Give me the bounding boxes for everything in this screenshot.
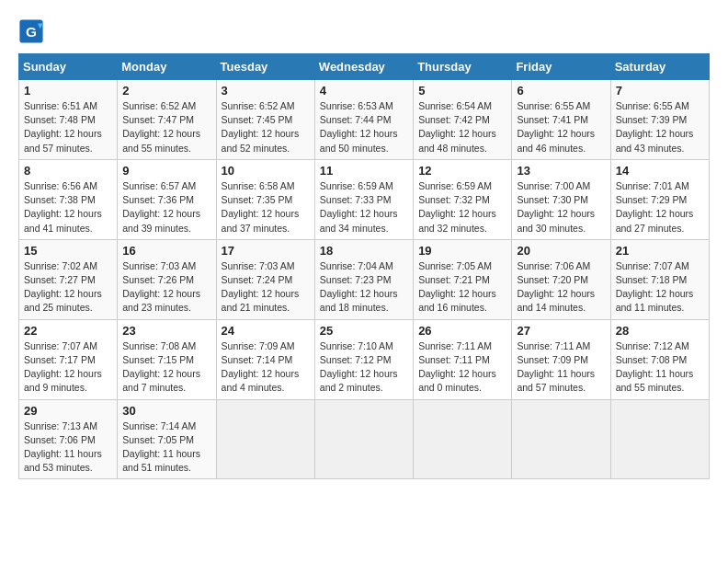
day-number: 23 bbox=[122, 324, 210, 338]
calendar-cell: 23Sunrise: 7:08 AM Sunset: 7:15 PM Dayli… bbox=[118, 319, 216, 399]
calendar-week-row: 8Sunrise: 6:56 AM Sunset: 7:38 PM Daylig… bbox=[19, 159, 710, 239]
weekday-header-cell: Wednesday bbox=[314, 54, 413, 80]
calendar-cell bbox=[216, 399, 314, 479]
day-info: Sunrise: 7:01 AM Sunset: 7:29 PM Dayligh… bbox=[616, 179, 704, 236]
day-info: Sunrise: 6:59 AM Sunset: 7:32 PM Dayligh… bbox=[418, 179, 506, 236]
day-info: Sunrise: 6:57 AM Sunset: 7:36 PM Dayligh… bbox=[122, 179, 210, 236]
day-number: 29 bbox=[24, 404, 112, 418]
calendar-cell: 14Sunrise: 7:01 AM Sunset: 7:29 PM Dayli… bbox=[610, 159, 709, 239]
day-info: Sunrise: 7:11 AM Sunset: 7:11 PM Dayligh… bbox=[418, 339, 506, 396]
calendar-cell: 19Sunrise: 7:05 AM Sunset: 7:21 PM Dayli… bbox=[414, 239, 512, 319]
logo: G bbox=[18, 18, 48, 44]
day-number: 3 bbox=[222, 84, 310, 98]
calendar-cell: 2Sunrise: 6:52 AM Sunset: 7:47 PM Daylig… bbox=[118, 80, 216, 160]
calendar-cell: 6Sunrise: 6:55 AM Sunset: 7:41 PM Daylig… bbox=[512, 80, 610, 160]
weekday-header-cell: Saturday bbox=[610, 54, 709, 80]
day-number: 5 bbox=[418, 84, 506, 98]
calendar-cell: 29Sunrise: 7:13 AM Sunset: 7:06 PM Dayli… bbox=[19, 399, 118, 479]
calendar-cell: 25Sunrise: 7:10 AM Sunset: 7:12 PM Dayli… bbox=[314, 319, 413, 399]
calendar-cell: 13Sunrise: 7:00 AM Sunset: 7:30 PM Dayli… bbox=[512, 159, 610, 239]
calendar-cell: 3Sunrise: 6:52 AM Sunset: 7:45 PM Daylig… bbox=[216, 80, 314, 160]
day-number: 18 bbox=[320, 244, 408, 258]
weekday-header-cell: Monday bbox=[118, 54, 216, 80]
weekday-header-cell: Friday bbox=[512, 54, 610, 80]
calendar-cell: 12Sunrise: 6:59 AM Sunset: 7:32 PM Dayli… bbox=[414, 159, 512, 239]
calendar-week-row: 22Sunrise: 7:07 AM Sunset: 7:17 PM Dayli… bbox=[19, 319, 710, 399]
calendar-cell bbox=[314, 399, 413, 479]
day-info: Sunrise: 7:11 AM Sunset: 7:09 PM Dayligh… bbox=[517, 339, 605, 396]
calendar-cell: 16Sunrise: 7:03 AM Sunset: 7:26 PM Dayli… bbox=[118, 239, 216, 319]
weekday-header-cell: Tuesday bbox=[216, 54, 314, 80]
day-info: Sunrise: 6:56 AM Sunset: 7:38 PM Dayligh… bbox=[24, 179, 112, 236]
calendar-cell: 21Sunrise: 7:07 AM Sunset: 7:18 PM Dayli… bbox=[610, 239, 709, 319]
day-number: 16 bbox=[122, 244, 210, 258]
calendar-week-row: 29Sunrise: 7:13 AM Sunset: 7:06 PM Dayli… bbox=[19, 399, 710, 479]
header: G bbox=[18, 18, 710, 44]
calendar-cell: 27Sunrise: 7:11 AM Sunset: 7:09 PM Dayli… bbox=[512, 319, 610, 399]
weekday-header-row: SundayMondayTuesdayWednesdayThursdayFrid… bbox=[19, 54, 710, 80]
calendar-cell: 28Sunrise: 7:12 AM Sunset: 7:08 PM Dayli… bbox=[610, 319, 709, 399]
day-info: Sunrise: 7:09 AM Sunset: 7:14 PM Dayligh… bbox=[222, 339, 310, 396]
day-info: Sunrise: 7:07 AM Sunset: 7:17 PM Dayligh… bbox=[24, 339, 112, 396]
day-number: 25 bbox=[320, 324, 408, 338]
day-number: 12 bbox=[418, 164, 506, 178]
calendar-cell: 15Sunrise: 7:02 AM Sunset: 7:27 PM Dayli… bbox=[19, 239, 118, 319]
calendar-cell: 8Sunrise: 6:56 AM Sunset: 7:38 PM Daylig… bbox=[19, 159, 118, 239]
day-info: Sunrise: 7:10 AM Sunset: 7:12 PM Dayligh… bbox=[320, 339, 408, 396]
weekday-header-cell: Sunday bbox=[19, 54, 118, 80]
calendar-cell: 20Sunrise: 7:06 AM Sunset: 7:20 PM Dayli… bbox=[512, 239, 610, 319]
day-info: Sunrise: 6:54 AM Sunset: 7:42 PM Dayligh… bbox=[418, 99, 506, 155]
day-number: 27 bbox=[517, 324, 605, 338]
calendar-cell: 24Sunrise: 7:09 AM Sunset: 7:14 PM Dayli… bbox=[216, 319, 314, 399]
calendar-cell: 18Sunrise: 7:04 AM Sunset: 7:23 PM Dayli… bbox=[314, 239, 413, 319]
day-number: 19 bbox=[418, 244, 506, 258]
day-number: 2 bbox=[122, 84, 210, 98]
calendar-table: SundayMondayTuesdayWednesdayThursdayFrid… bbox=[18, 53, 710, 479]
day-number: 20 bbox=[517, 244, 605, 258]
calendar-cell: 11Sunrise: 6:59 AM Sunset: 7:33 PM Dayli… bbox=[314, 159, 413, 239]
day-number: 11 bbox=[320, 164, 408, 178]
day-info: Sunrise: 7:00 AM Sunset: 7:30 PM Dayligh… bbox=[517, 179, 605, 236]
calendar-cell: 26Sunrise: 7:11 AM Sunset: 7:11 PM Dayli… bbox=[414, 319, 512, 399]
calendar-cell: 7Sunrise: 6:55 AM Sunset: 7:39 PM Daylig… bbox=[610, 80, 709, 160]
day-info: Sunrise: 7:03 AM Sunset: 7:24 PM Dayligh… bbox=[222, 259, 310, 316]
svg-text:G: G bbox=[26, 24, 37, 40]
day-number: 7 bbox=[616, 84, 704, 98]
day-number: 28 bbox=[616, 324, 704, 338]
day-info: Sunrise: 6:55 AM Sunset: 7:41 PM Dayligh… bbox=[517, 99, 605, 155]
calendar-week-row: 1Sunrise: 6:51 AM Sunset: 7:48 PM Daylig… bbox=[19, 80, 710, 160]
day-info: Sunrise: 7:12 AM Sunset: 7:08 PM Dayligh… bbox=[616, 339, 704, 396]
day-number: 6 bbox=[517, 84, 605, 98]
day-number: 8 bbox=[24, 164, 112, 178]
day-number: 24 bbox=[222, 324, 310, 338]
logo-icon: G bbox=[18, 18, 44, 44]
day-number: 21 bbox=[616, 244, 704, 258]
day-number: 13 bbox=[517, 164, 605, 178]
calendar-cell bbox=[512, 399, 610, 479]
calendar-cell: 1Sunrise: 6:51 AM Sunset: 7:48 PM Daylig… bbox=[19, 80, 118, 160]
calendar-body: 1Sunrise: 6:51 AM Sunset: 7:48 PM Daylig… bbox=[19, 80, 710, 479]
day-number: 26 bbox=[418, 324, 506, 338]
calendar-cell bbox=[414, 399, 512, 479]
calendar-cell: 4Sunrise: 6:53 AM Sunset: 7:44 PM Daylig… bbox=[314, 80, 413, 160]
day-info: Sunrise: 7:14 AM Sunset: 7:05 PM Dayligh… bbox=[122, 419, 210, 476]
day-info: Sunrise: 6:59 AM Sunset: 7:33 PM Dayligh… bbox=[320, 179, 408, 236]
day-info: Sunrise: 7:07 AM Sunset: 7:18 PM Dayligh… bbox=[616, 259, 704, 316]
calendar-cell bbox=[610, 399, 709, 479]
day-number: 10 bbox=[222, 164, 310, 178]
day-number: 14 bbox=[616, 164, 704, 178]
day-number: 22 bbox=[24, 324, 112, 338]
day-info: Sunrise: 7:13 AM Sunset: 7:06 PM Dayligh… bbox=[24, 419, 112, 476]
weekday-header-cell: Thursday bbox=[414, 54, 512, 80]
day-info: Sunrise: 6:52 AM Sunset: 7:47 PM Dayligh… bbox=[122, 99, 210, 155]
day-number: 30 bbox=[122, 404, 210, 418]
day-info: Sunrise: 6:55 AM Sunset: 7:39 PM Dayligh… bbox=[616, 99, 704, 155]
day-number: 17 bbox=[222, 244, 310, 258]
day-number: 15 bbox=[24, 244, 112, 258]
day-info: Sunrise: 7:02 AM Sunset: 7:27 PM Dayligh… bbox=[24, 259, 112, 316]
calendar-cell: 10Sunrise: 6:58 AM Sunset: 7:35 PM Dayli… bbox=[216, 159, 314, 239]
calendar-cell: 9Sunrise: 6:57 AM Sunset: 7:36 PM Daylig… bbox=[118, 159, 216, 239]
calendar-cell: 22Sunrise: 7:07 AM Sunset: 7:17 PM Dayli… bbox=[19, 319, 118, 399]
day-info: Sunrise: 7:08 AM Sunset: 7:15 PM Dayligh… bbox=[122, 339, 210, 396]
day-info: Sunrise: 6:51 AM Sunset: 7:48 PM Dayligh… bbox=[24, 99, 112, 155]
